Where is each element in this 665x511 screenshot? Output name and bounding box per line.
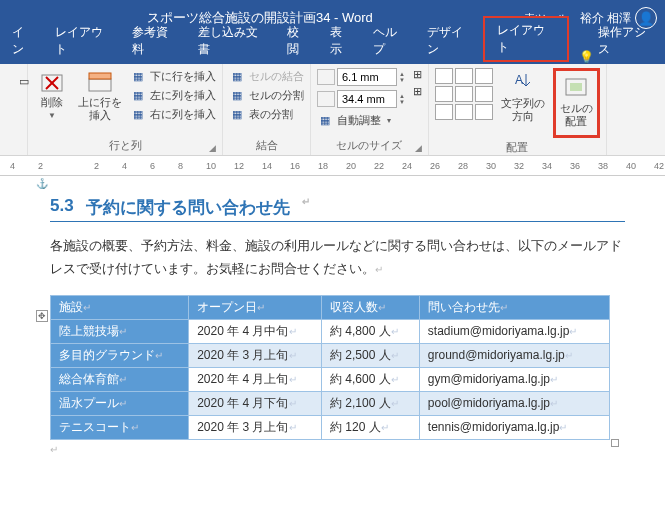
facilities-table[interactable]: 施設↵ オープン日↵ 収容人数↵ 問い合わせ先↵ 陸上競技場↵2020 年 4 …	[50, 295, 610, 440]
tab-help[interactable]: ヘルプ	[363, 18, 417, 64]
table-cell[interactable]: 2020 年 4 月中旬↵	[189, 319, 322, 343]
row-height-icon	[317, 69, 335, 85]
autofit-icon: ▦	[317, 114, 333, 128]
anchor-icon: ⚓	[36, 178, 48, 189]
delete-icon	[38, 70, 66, 94]
table-move-handle[interactable]: ✥	[36, 310, 48, 322]
split-table-icon: ▦	[229, 108, 245, 122]
align-bot-center[interactable]	[455, 104, 473, 120]
tab-insert-partial[interactable]: イン	[2, 18, 45, 64]
text-direction-label: 文字列の 方向	[501, 97, 545, 123]
tab-review[interactable]: 校閲	[277, 18, 320, 64]
align-mid-center[interactable]	[455, 86, 473, 102]
table-cell[interactable]: 約 2,100 人↵	[321, 391, 419, 415]
section-title: 予約に関する問い合わせ先	[86, 196, 290, 219]
split-cells-button[interactable]: ▦セルの分割	[229, 87, 304, 104]
autofit-button[interactable]: ▦自動調整▾	[317, 112, 405, 129]
align-group-label: 配置	[435, 138, 600, 155]
text-direction-icon: A	[512, 70, 534, 95]
table-cell[interactable]: 温水プール↵	[51, 391, 189, 415]
col-right-icon: ▦	[130, 108, 146, 122]
align-top-center[interactable]	[455, 68, 473, 84]
horizontal-ruler[interactable]: 4224681012141618202224262830323436384042	[0, 156, 665, 176]
align-top-left[interactable]	[435, 68, 453, 84]
dropdown-arrow-icon: ▾	[387, 116, 391, 125]
table-row[interactable]: 総合体育館↵2020 年 4 月上旬↵約 4,600 人↵gym@midoriy…	[51, 367, 610, 391]
spin-down-icon[interactable]: ▼	[399, 77, 405, 83]
dropdown-arrow-icon: ▼	[48, 111, 56, 121]
col-left-icon: ▦	[130, 89, 146, 103]
tab-references[interactable]: 参考資料	[122, 18, 188, 64]
table-cell[interactable]: stadium@midoriyama.lg.jp↵	[419, 319, 609, 343]
tab-table-design[interactable]: デザイン	[417, 18, 483, 64]
ribbon: ▭ 削除 ▼ 上に行を 挿入 ▦下に行を挿入 ▦左に列を挿入 ▦右に列を挿入	[0, 64, 665, 156]
para-text: 各施設の概要、予約方法、料金、施設の利用ルールなどに関する問い合わせは、以下のメ…	[50, 238, 622, 276]
table-cell[interactable]: ground@midoriyama.lg.jp↵	[419, 343, 609, 367]
table-cell[interactable]: 約 120 人↵	[321, 415, 419, 439]
table-cell[interactable]: 総合体育館↵	[51, 367, 189, 391]
merge-group-label: 結合	[229, 136, 304, 153]
col-width-input[interactable]	[337, 90, 397, 108]
tab-view[interactable]: 表示	[320, 18, 363, 64]
group-cell-size: ▲▼ ▲▼ ▦自動調整▾ ⊞ ⊞ セルのサイズ◢	[311, 64, 429, 155]
table-cell[interactable]: 2020 年 4 月上旬↵	[189, 367, 322, 391]
spin-down-icon[interactable]: ▼	[399, 99, 405, 105]
autofit-label: 自動調整	[337, 113, 381, 128]
align-mid-left[interactable]	[435, 86, 453, 102]
table-cell[interactable]: 2020 年 3 月上旬↵	[189, 343, 322, 367]
table-cell[interactable]: 約 4,600 人↵	[321, 367, 419, 391]
text-direction-button[interactable]: A 文字列の 方向	[497, 68, 549, 126]
insert-row-above-button[interactable]: 上に行を 挿入	[74, 68, 126, 124]
table-row[interactable]: 多目的グラウンド↵2020 年 3 月上旬↵約 2,500 人↵ground@m…	[51, 343, 610, 367]
cell-margins-button[interactable]: セルの 配置	[553, 68, 600, 138]
group-rows-columns: 削除 ▼ 上に行を 挿入 ▦下に行を挿入 ▦左に列を挿入 ▦右に列を挿入 行と列…	[28, 64, 223, 155]
tab-table-layout[interactable]: レイアウト	[483, 16, 568, 62]
align-bot-left[interactable]	[435, 104, 453, 120]
table-cell[interactable]: 2020 年 4 月下旬↵	[189, 391, 322, 415]
group-merge: ▦セルの結合 ▦セルの分割 ▦表の分割 結合	[223, 64, 311, 155]
table-row[interactable]: 温水プール↵2020 年 4 月下旬↵約 2,100 人↵pool@midori…	[51, 391, 610, 415]
th-open: オープン日↵	[189, 295, 322, 319]
insert-col-left-button[interactable]: ▦左に列を挿入	[130, 87, 216, 104]
tab-layout[interactable]: レイアウト	[45, 18, 122, 64]
group-alignment: A 文字列の 方向 セルの 配置 配置	[429, 64, 607, 155]
para-mark-icon: ↵	[50, 444, 625, 455]
insert-row-below-button[interactable]: ▦下に行を挿入	[130, 68, 216, 85]
delete-button[interactable]: 削除 ▼	[34, 68, 70, 123]
table-cell[interactable]: 多目的グラウンド↵	[51, 343, 189, 367]
distribute-cols-button[interactable]: ⊞	[413, 85, 422, 98]
svg-rect-7	[570, 83, 582, 91]
th-contact: 問い合わせ先↵	[419, 295, 609, 319]
col-width-icon	[317, 91, 335, 107]
table-cell[interactable]: 約 2,500 人↵	[321, 343, 419, 367]
table-cell[interactable]: pool@midoriyama.lg.jp↵	[419, 391, 609, 415]
tell-me[interactable]: 操作アシス	[598, 18, 665, 64]
split-table-button[interactable]: ▦表の分割	[229, 106, 304, 123]
col-left-label: 左に列を挿入	[150, 88, 216, 103]
table-cell[interactable]: 2020 年 3 月上旬↵	[189, 415, 322, 439]
table-cell[interactable]: 陸上競技場↵	[51, 319, 189, 343]
table-cell[interactable]: 約 4,800 人↵	[321, 319, 419, 343]
align-bot-right[interactable]	[475, 104, 493, 120]
table-row[interactable]: テニスコート↵2020 年 3 月上旬↵約 120 人↵tennis@midor…	[51, 415, 610, 439]
svg-rect-4	[89, 73, 111, 79]
dialog-launcher-icon[interactable]: ◢	[415, 143, 422, 153]
align-top-right[interactable]	[475, 68, 493, 84]
table-cell[interactable]: tennis@midoriyama.lg.jp↵	[419, 415, 609, 439]
table-cell[interactable]: gym@midoriyama.lg.jp↵	[419, 367, 609, 391]
merge-icon: ▦	[229, 70, 245, 84]
cellsize-group-label: セルのサイズ	[336, 139, 402, 151]
alignment-grid	[435, 68, 493, 120]
row-height-input[interactable]	[337, 68, 397, 86]
table-cell[interactable]: テニスコート↵	[51, 415, 189, 439]
dialog-launcher-icon[interactable]: ◢	[209, 143, 216, 153]
th-facility: 施設↵	[51, 295, 189, 319]
tab-mailings[interactable]: 差し込み文書	[188, 18, 277, 64]
section-heading: 5.3 予約に関する問い合わせ先↵	[50, 196, 625, 222]
delete-label: 削除	[41, 96, 63, 109]
insert-col-right-button[interactable]: ▦右に列を挿入	[130, 106, 216, 123]
align-mid-right[interactable]	[475, 86, 493, 102]
distribute-rows-button[interactable]: ⊞	[413, 68, 422, 81]
table-row[interactable]: 陸上競技場↵2020 年 4 月中旬↵約 4,800 人↵stadium@mid…	[51, 319, 610, 343]
table-resize-handle[interactable]	[611, 439, 619, 447]
